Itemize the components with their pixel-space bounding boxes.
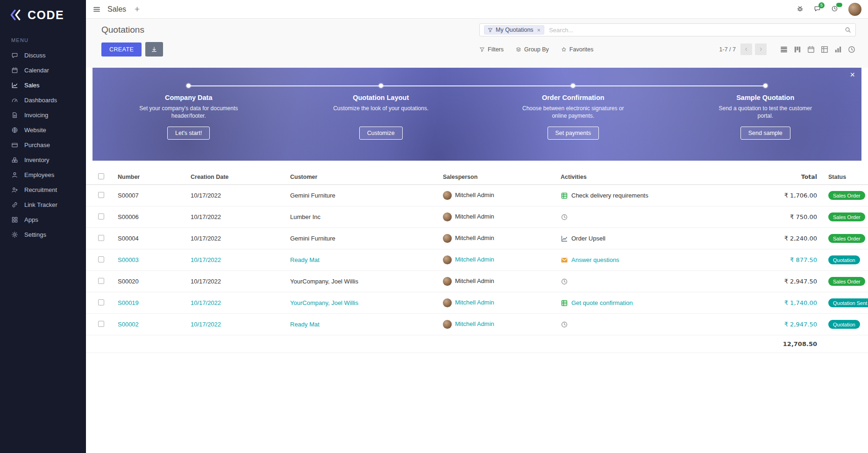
group-by-button[interactable]: Group By [516, 46, 549, 53]
app-logo[interactable]: CODE [0, 0, 86, 30]
sidebar-item-invoicing[interactable]: Invoicing [0, 107, 86, 122]
row-number[interactable]: S00020 [110, 278, 183, 285]
row-activity[interactable] [553, 278, 752, 285]
create-button[interactable]: CREATE [101, 42, 142, 57]
table-row[interactable]: S00019 10/17/2022 YourCompany, Joel Will… [86, 292, 868, 314]
row-status: Sales Order [817, 234, 868, 243]
row-checkbox[interactable] [98, 192, 104, 198]
column-header-number[interactable]: Number [110, 174, 183, 180]
row-customer: YourCompany, Joel Willis [283, 278, 435, 285]
onboarding-step: Quotation Layout Customize the look of y… [285, 82, 477, 161]
table-row[interactable]: S00003 10/17/2022 Ready Mat Mitchell Adm… [86, 249, 868, 271]
table-row[interactable]: S00007 10/17/2022 Gemini Furniture Mitch… [86, 185, 868, 206]
export-button[interactable] [145, 42, 163, 57]
row-number[interactable]: S00003 [110, 256, 183, 263]
sidebar-item-website[interactable]: Website [0, 122, 86, 137]
sidebar-item-apps[interactable]: Apps [0, 212, 86, 227]
sidebar-item-employees[interactable]: Employees [0, 167, 86, 182]
row-activity[interactable]: Get quote confirmation [553, 299, 752, 307]
view-graph-icon[interactable] [834, 45, 842, 54]
row-number[interactable]: S00007 [110, 192, 183, 199]
row-number[interactable]: S00019 [110, 299, 183, 306]
row-number[interactable]: S00006 [110, 213, 183, 220]
step-action-button[interactable]: Send sample [740, 127, 790, 140]
column-header-activities[interactable]: Activities [553, 174, 752, 180]
row-customer: Gemini Furniture [283, 235, 435, 242]
plus-icon[interactable] [134, 6, 141, 13]
sidebar-item-purchase[interactable]: Purchase [0, 137, 86, 152]
sidebar-item-inventory[interactable]: Inventory [0, 152, 86, 167]
funnel-icon [479, 47, 485, 52]
facet-remove-icon[interactable]: × [537, 27, 541, 33]
step-action-button[interactable]: Set payments [548, 127, 599, 140]
banner-close-icon[interactable]: × [850, 71, 855, 79]
column-header-salesperson[interactable]: Salesperson [435, 174, 553, 180]
sidebar-item-sales[interactable]: Sales [0, 78, 86, 92]
search-input[interactable] [548, 26, 841, 34]
sidebar-item-calendar[interactable]: Calendar [0, 63, 86, 78]
activities-button[interactable] [831, 5, 839, 13]
step-action-button[interactable]: Customize [359, 127, 403, 140]
row-creation-date: 10/17/2022 [183, 256, 283, 263]
debug-bug-icon[interactable] [797, 5, 804, 13]
row-number[interactable]: S00004 [110, 235, 183, 242]
pager-next-button[interactable] [755, 43, 767, 55]
row-total: ₹ 1,740.00 [752, 299, 817, 306]
column-header-customer[interactable]: Customer [283, 174, 435, 180]
row-checkbox[interactable] [98, 278, 104, 284]
view-kanban-icon[interactable] [793, 45, 802, 54]
table-row[interactable]: S00002 10/17/2022 Ready Mat Mitchell Adm… [86, 314, 868, 335]
step-title: Sample Quotation [736, 94, 794, 101]
view-list-icon[interactable] [780, 45, 788, 54]
row-number[interactable]: S00002 [110, 321, 183, 328]
sidebar-item-recruitment[interactable]: Recruitment [0, 182, 86, 197]
messages-button[interactable]: 5 [814, 5, 822, 13]
column-header-total[interactable]: Total [752, 173, 817, 180]
onboarding-step: Order Confirmation Choose between electr… [477, 82, 669, 161]
status-badge: Sales Order [828, 212, 865, 221]
chevron-right-icon [758, 47, 763, 52]
row-activity[interactable] [553, 213, 752, 221]
row-activity[interactable]: Order Upsell [553, 235, 752, 242]
favorites-button[interactable]: Favorites [561, 46, 593, 53]
table-row[interactable]: S00006 10/17/2022 Lumber Inc Mitchell Ad… [86, 206, 868, 228]
row-salesperson: Mitchell Admin [435, 212, 553, 221]
row-total: ₹ 750.00 [752, 213, 817, 220]
search-facet-label: My Quotations [496, 27, 534, 33]
row-activity[interactable]: Answer questions [553, 256, 752, 264]
app-title[interactable]: Sales [107, 5, 126, 14]
step-action-button[interactable]: Let's start! [167, 127, 210, 140]
control-panel: Quotations My Quotations × CREATE [86, 19, 868, 68]
row-checkbox[interactable] [98, 299, 104, 305]
row-checkbox[interactable] [98, 235, 104, 241]
step-dot [571, 84, 575, 88]
menu-icon[interactable] [92, 5, 101, 14]
view-calendar-icon[interactable] [807, 45, 815, 54]
user-avatar[interactable] [848, 3, 861, 16]
table-row[interactable]: S00004 10/17/2022 Gemini Furniture Mitch… [86, 228, 868, 249]
row-creation-date: 10/17/2022 [183, 299, 283, 306]
view-activity-icon[interactable] [847, 45, 856, 54]
sidebar-item-dashboards[interactable]: Dashboards [0, 92, 86, 107]
sidebar-item-discuss[interactable]: Discuss [0, 48, 86, 63]
row-checkbox[interactable] [98, 256, 104, 262]
row-checkbox[interactable] [98, 213, 104, 219]
select-all-checkbox[interactable] [98, 173, 104, 179]
salesperson-avatar [443, 255, 452, 264]
pager-previous-button[interactable] [740, 43, 752, 55]
sidebar-item-settings[interactable]: Settings [0, 227, 86, 242]
search-icon[interactable] [845, 27, 851, 33]
column-header-status[interactable]: Status [817, 174, 868, 180]
quotations-list: Number Creation Date Customer Salesperso… [86, 169, 868, 353]
row-activity[interactable] [553, 321, 752, 328]
filters-button[interactable]: Filters [479, 46, 504, 53]
table-row[interactable]: S00020 10/17/2022 YourCompany, Joel Will… [86, 271, 868, 292]
row-creation-date: 10/17/2022 [183, 321, 283, 328]
search-bar[interactable]: My Quotations × [479, 23, 856, 36]
column-header-creation-date[interactable]: Creation Date [183, 174, 283, 180]
sidebar-item-link-tracker[interactable]: Link Tracker [0, 197, 86, 212]
search-facet[interactable]: My Quotations × [484, 25, 544, 35]
row-activity[interactable]: Check delivery requirements [553, 192, 752, 199]
row-checkbox[interactable] [98, 321, 104, 327]
view-pivot-icon[interactable] [820, 45, 829, 54]
